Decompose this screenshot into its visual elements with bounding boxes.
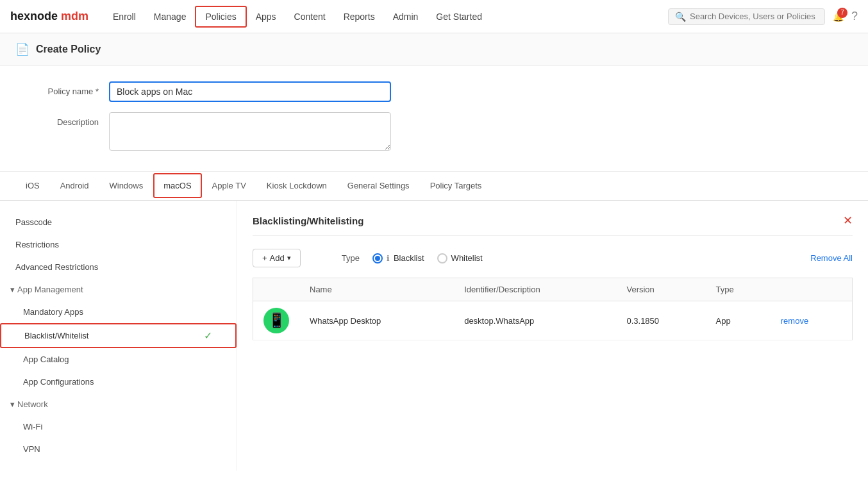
nav-item-apps[interactable]: Apps: [247, 0, 285, 33]
col-identifier: Identifier/Description: [454, 278, 616, 301]
sidebar-item-passcode[interactable]: Passcode: [0, 211, 237, 233]
nav-item-reports[interactable]: Reports: [335, 0, 384, 33]
tab-macos[interactable]: macOS: [153, 173, 201, 198]
chevron-down-icon: ▾: [10, 285, 15, 294]
notification-button[interactable]: 🔔 7: [833, 12, 844, 22]
sidebar-item-vpn[interactable]: VPN: [0, 438, 237, 460]
tab-policy-targets[interactable]: Policy Targets: [420, 172, 492, 201]
add-button[interactable]: + Add ▾: [253, 249, 301, 267]
whatsapp-icon: 📱: [263, 308, 289, 333]
app-table: Name Identifier/Description Version Type…: [253, 278, 853, 340]
nav-right: 🔍 🔔 7 ?: [668, 8, 858, 25]
nav-item-manage[interactable]: Manage: [145, 0, 196, 33]
search-input[interactable]: [690, 12, 818, 21]
close-button[interactable]: ✕: [843, 213, 853, 228]
sidebar-item-wifi[interactable]: Wi-Fi: [0, 415, 237, 438]
help-button[interactable]: ?: [851, 10, 858, 23]
tabs-bar: iOS Android Windows macOS Apple TV Kiosk…: [0, 172, 868, 201]
col-icon: [253, 278, 300, 301]
sidebar-section-app-management[interactable]: ▾ App Management: [0, 278, 237, 301]
chevron-down-icon-network: ▾: [10, 399, 15, 409]
app-version: 0.3.1850: [616, 301, 705, 340]
col-name: Name: [299, 278, 454, 301]
sidebar-section-network[interactable]: ▾ Network: [0, 393, 237, 415]
sidebar: Passcode Restrictions Advanced Restricti…: [0, 201, 237, 471]
tab-android[interactable]: Android: [50, 172, 99, 201]
col-version: Version: [616, 278, 705, 301]
nav-item-admin[interactable]: Admin: [384, 0, 428, 33]
whitelist-radio[interactable]: Whitelist: [437, 253, 483, 264]
nav-item-content[interactable]: Content: [285, 0, 335, 33]
nav-items: Enroll Manage Policies Apps Content Repo…: [104, 0, 668, 33]
form-area: Policy name * Description: [0, 66, 868, 172]
chevron-down-icon-add: ▾: [287, 254, 291, 262]
panel-header: Blacklisting/Whitelisting ✕: [253, 213, 853, 236]
nav-item-enroll[interactable]: Enroll: [104, 0, 145, 33]
app-icon-cell: 📱: [253, 301, 300, 340]
blacklist-whitelist-label: Blacklist/Whitelist: [24, 331, 88, 340]
sidebar-item-app-catalog[interactable]: App Catalog: [0, 348, 237, 371]
blacklist-label: Blacklist: [394, 253, 424, 263]
sidebar-item-advanced-restrictions[interactable]: Advanced Restrictions: [0, 256, 237, 278]
policy-name-row: Policy name *: [26, 81, 842, 102]
tab-ios[interactable]: iOS: [15, 172, 50, 201]
search-box[interactable]: 🔍: [668, 8, 825, 25]
col-type: Type: [705, 278, 770, 301]
sidebar-item-blacklist-whitelist[interactable]: Blacklist/Whitelist ✓: [0, 323, 237, 348]
content-area: Passcode Restrictions Advanced Restricti…: [0, 201, 868, 471]
check-icon: ✓: [204, 330, 212, 342]
plus-icon: +: [262, 253, 267, 263]
blacklist-radio-circle: [372, 253, 383, 264]
sidebar-item-app-configurations[interactable]: App Configurations: [0, 371, 237, 393]
info-icon: ℹ: [387, 254, 390, 263]
tab-kiosk-lockdown[interactable]: Kiosk Lockdown: [256, 172, 337, 201]
blacklist-radio[interactable]: ℹ Blacklist: [372, 253, 424, 264]
whitelist-label: Whitelist: [451, 253, 483, 263]
main-panel: Blacklisting/Whitelisting ✕ + Add ▾ Type…: [237, 201, 868, 471]
policy-name-label: Policy name *: [26, 81, 109, 96]
col-action: [771, 278, 853, 301]
description-label: Description: [26, 112, 109, 127]
app-type: App: [705, 301, 770, 340]
page-title: Create Policy: [36, 44, 101, 55]
sidebar-section-network-label: Network: [17, 399, 48, 409]
blacklist-radio-dot: [375, 256, 380, 261]
sidebar-item-mandatory-apps[interactable]: Mandatory Apps: [0, 301, 237, 323]
remove-all-button[interactable]: Remove All: [810, 253, 853, 263]
nav-item-get-started[interactable]: Get Started: [427, 0, 491, 33]
remove-app-link[interactable]: remove: [781, 316, 808, 326]
policy-name-input[interactable]: [109, 81, 391, 102]
logo: hexnode mdm: [10, 10, 88, 23]
app-name: WhatsApp Desktop: [299, 301, 454, 340]
notification-badge: 7: [837, 8, 847, 18]
panel-title: Blacklisting/Whitelisting: [253, 215, 363, 226]
nav-item-policies[interactable]: Policies: [195, 6, 246, 28]
sidebar-section-label: App Management: [17, 285, 83, 294]
sidebar-item-restrictions[interactable]: Restrictions: [0, 233, 237, 256]
table-row: 📱 WhatsApp Desktop desktop.WhatsApp 0.3.…: [253, 301, 853, 340]
tab-apple-tv[interactable]: Apple TV: [202, 172, 256, 201]
page-icon: 📄: [15, 42, 29, 56]
page-header: 📄 Create Policy: [0, 33, 868, 66]
description-input[interactable]: [109, 112, 391, 151]
search-icon: 🔍: [675, 12, 686, 22]
whitelist-radio-circle: [437, 253, 447, 264]
tab-windows[interactable]: Windows: [99, 172, 153, 201]
app-identifier: desktop.WhatsApp: [454, 301, 616, 340]
add-label: Add: [270, 253, 285, 263]
tab-general-settings[interactable]: General Settings: [337, 172, 420, 201]
type-label: Type: [342, 253, 360, 263]
type-group: Type ℹ Blacklist Whitelist: [342, 253, 483, 264]
controls-row: + Add ▾ Type ℹ Blacklist Whitelist R: [253, 249, 853, 267]
description-row: Description: [26, 112, 842, 151]
top-nav: hexnode mdm Enroll Manage Policies Apps …: [0, 0, 868, 33]
